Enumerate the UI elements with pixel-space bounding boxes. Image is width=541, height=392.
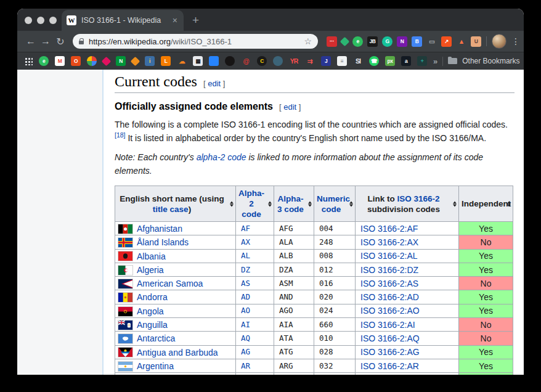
country-link[interactable]: Anguilla [137, 320, 168, 330]
qr-favicon[interactable]: ▦ [193, 56, 203, 66]
address-bar[interactable]: https://en.wikipedia.org/wiki/ISO_3166-1… [73, 34, 318, 49]
bookmarks-overflow-icon[interactable]: » [433, 57, 437, 66]
plus-favicon[interactable]: + [417, 56, 427, 66]
country-link[interactable]: Andorra [137, 293, 168, 303]
header-english-short-name[interactable]: English short name (using title case) [115, 186, 236, 222]
si-favicon[interactable]: SI [353, 56, 363, 66]
teal-circle-favicon[interactable] [273, 56, 283, 66]
amazon-favicon[interactable]: a [401, 56, 411, 66]
country-link[interactable]: Angola [137, 306, 164, 316]
500px-favicon[interactable]: px [385, 56, 395, 66]
header-iso-3166-2[interactable]: Link to ISO 3166-2 subdivision codes [356, 186, 459, 222]
nginx-favicon[interactable]: N [116, 56, 126, 66]
url-text[interactable]: https://en.wikipedia.org/wiki/ISO_3166-1 [89, 37, 299, 46]
country-link[interactable]: Albania [137, 251, 166, 261]
at-spiral-favicon[interactable]: @ [241, 56, 251, 66]
person-favicon[interactable]: i [145, 56, 155, 66]
onenote-clipper-extension-icon[interactable]: N [397, 36, 407, 47]
alpha2-header-link[interactable]: Alpha-2 code [238, 189, 264, 219]
ruby-gem-favicon[interactable] [102, 56, 112, 66]
iso-subdivision-link[interactable]: ISO 3166-2:AO [360, 306, 420, 316]
country-link[interactable]: Antigua and Barbuda [137, 348, 218, 357]
close-window-button[interactable] [25, 17, 32, 24]
edit-link[interactable]: edit [283, 102, 296, 112]
page-favicon[interactable]: ≡ [337, 56, 347, 66]
orange-cube-favicon[interactable] [131, 56, 140, 66]
alpha2-link[interactable]: AQ [241, 333, 250, 343]
sort-icon[interactable] [230, 201, 234, 206]
iso-subdivision-link[interactable]: ISO 3166-2:AD [360, 292, 419, 302]
cloud-favicon[interactable]: ☁ [177, 56, 187, 66]
profile-avatar[interactable] [492, 34, 506, 49]
alpha2-link[interactable]: AD [241, 292, 250, 301]
iso-subdivision-link[interactable]: ISO 3166-2:AS [360, 279, 418, 288]
title-case-link[interactable]: title case [153, 205, 189, 214]
bitbucket-favicon[interactable] [209, 56, 219, 66]
alpha2-link[interactable]: AI [241, 320, 250, 329]
sort-icon[interactable] [349, 201, 353, 206]
sort-icon[interactable] [268, 201, 272, 206]
alpha2-link[interactable]: AF [241, 224, 250, 233]
face-extension-icon[interactable]: U [471, 36, 481, 47]
active-tab[interactable]: W ISO 3166-1 - Wikipedia × [62, 10, 184, 31]
country-link[interactable]: Antarctica [137, 334, 175, 344]
alpha2-link[interactable]: AO [241, 306, 250, 315]
sort-icon[interactable] [507, 201, 511, 206]
close-tab-icon[interactable]: × [171, 15, 179, 25]
flame-extension-icon[interactable]: ▲ [456, 36, 466, 47]
new-tab-button[interactable]: + [192, 14, 199, 27]
alpha-2-code-link[interactable]: alpha-2 code [197, 152, 246, 162]
alpha3-header-link[interactable]: Alpha-3 code [277, 194, 304, 214]
evernote-extension-icon[interactable]: e [352, 36, 363, 47]
iso-subdivision-link[interactable]: ISO 3166-2:AG [360, 347, 420, 357]
numeric-header-link[interactable]: Numeric code [317, 194, 350, 214]
iso-subdivision-link[interactable]: ISO 3166-2:AF [360, 224, 418, 234]
iso-subdivision-link[interactable]: ISO 3166-2:AI [360, 320, 415, 330]
zoom-window-button[interactable] [49, 17, 57, 24]
edit-link[interactable]: edit [208, 79, 221, 88]
whatsapp-favicon[interactable]: ☎ [369, 56, 379, 66]
minimize-window-button[interactable] [37, 17, 44, 24]
country-link[interactable]: Algeria [137, 265, 164, 275]
yellow-c-favicon[interactable]: C [257, 56, 267, 66]
iso-subdivision-link[interactable]: ISO 3166-2:AL [360, 251, 418, 261]
yr-favicon[interactable]: YR [289, 56, 299, 66]
alpha2-link[interactable]: AR [241, 361, 250, 370]
header-alpha2[interactable]: Alpha-2 code [236, 186, 274, 222]
iso-subdivision-link[interactable]: ISO 3166-2:AR [360, 361, 419, 371]
analytics-extension-icon[interactable]: ↗ [441, 36, 452, 47]
iso-subdivision-link[interactable]: ISO 3166-2:DZ [360, 265, 418, 275]
alpha2-link[interactable]: AL [241, 251, 250, 260]
iso-subdivision-link[interactable]: ISO 3166-2:AX [360, 237, 418, 247]
office-favicon[interactable]: O [71, 56, 81, 66]
apps-grid-icon[interactable] [25, 57, 33, 65]
cast-extension-icon[interactable]: ▭ [426, 36, 437, 47]
sort-icon[interactable] [453, 201, 457, 206]
jetbrains-extension-icon[interactable]: JB [367, 36, 378, 47]
green-diamond-extension-icon[interactable] [340, 36, 350, 46]
evernote-favicon[interactable]: e [39, 56, 49, 66]
header-alpha3[interactable]: Alpha-3 code [274, 186, 314, 222]
alpha2-link[interactable]: DZ [241, 265, 250, 274]
iso-subdivision-link[interactable]: ISO 3166-2:AQ [360, 333, 420, 343]
country-link[interactable]: Argentina [137, 361, 174, 371]
forward-icon[interactable]: → [38, 36, 53, 47]
sort-icon[interactable] [308, 201, 312, 206]
header-independent[interactable]: Independent [459, 186, 513, 222]
grammarly-extension-icon[interactable]: G [382, 36, 393, 47]
github-favicon[interactable] [225, 56, 235, 66]
country-link[interactable]: Afghanistan [137, 224, 182, 234]
reload-icon[interactable]: ↻ [53, 36, 68, 47]
red-arrows-favicon[interactable]: ⇉ [305, 56, 315, 66]
lastpass-extension-icon[interactable]: ··· [327, 36, 337, 47]
browser-menu-icon[interactable]: ⋮ [511, 36, 520, 46]
header-numeric[interactable]: Numeric code [314, 186, 356, 222]
country-link[interactable]: Åland Islands [137, 238, 189, 248]
gmail-favicon[interactable]: M [55, 56, 65, 66]
iso-3166-2-link[interactable]: ISO 3166-2 [397, 194, 439, 203]
bookmark-star-icon[interactable]: ☆ [304, 36, 312, 46]
google-photos-favicon[interactable] [87, 56, 97, 66]
country-link[interactable]: American Samoa [137, 279, 203, 288]
alpha2-link[interactable]: AG [241, 347, 250, 356]
back-icon[interactable]: ← [23, 36, 38, 47]
